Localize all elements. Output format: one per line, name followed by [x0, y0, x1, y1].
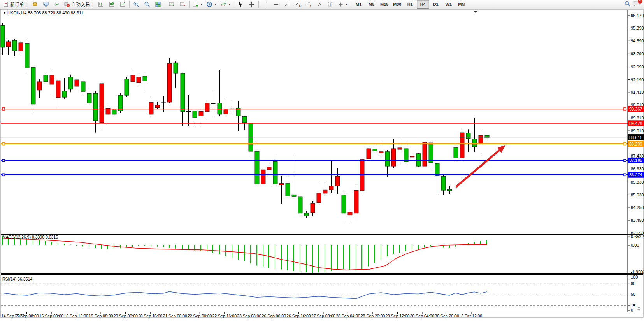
- rsi-line: [2, 291, 487, 298]
- toolbar-separator: [189, 1, 190, 8]
- toolbar-grip: [27, 1, 28, 8]
- template-button[interactable]: ▼: [219, 0, 233, 9]
- fibonacci-tool-button[interactable]: F: [304, 0, 314, 9]
- arrange-charts-b-icon: [179, 1, 186, 7]
- text-tool-button[interactable]: A: [314, 0, 325, 9]
- tile-windows-button[interactable]: [153, 0, 163, 9]
- timeframe-button-MN[interactable]: MN: [455, 0, 468, 9]
- candlestick: [323, 182, 327, 194]
- time-tick-label: 22 Sep 16:00: [212, 314, 237, 318]
- market-watch-gold-icon: [32, 1, 38, 7]
- vertical-line-tool-button[interactable]: [260, 0, 271, 9]
- price-tag-label: 90.367: [629, 107, 642, 111]
- candlestick: [373, 144, 377, 152]
- new-order-label: 新订单: [10, 1, 24, 8]
- timeframe-button-M1[interactable]: M1: [353, 0, 365, 9]
- candlestick: [329, 161, 333, 193]
- chart-shift-marker-icon[interactable]: [474, 11, 477, 13]
- price-tick-label: 96.170: [631, 13, 644, 18]
- scroll-to-end-button[interactable]: [177, 0, 188, 9]
- zoom-in-button[interactable]: [131, 0, 142, 9]
- candlestick: [298, 196, 302, 215]
- chart-canvas[interactable]: 96.17095.39094.59093.79092.99092.19091.4…: [0, 0, 644, 321]
- crosshair-tool-button[interactable]: [246, 0, 257, 9]
- signals-button[interactable]: [51, 0, 62, 9]
- timeframe-button-M5[interactable]: M5: [365, 0, 378, 9]
- candlestick: [304, 211, 309, 218]
- timeframe-button-W1[interactable]: W1: [442, 0, 455, 9]
- svg-text:T: T: [330, 2, 332, 7]
- candlestick: [137, 74, 141, 85]
- level-line-handle[interactable]: [2, 143, 5, 145]
- chevron-down-icon: ▼: [214, 3, 217, 6]
- timeframe-button-H1[interactable]: H1: [404, 0, 416, 9]
- auto-trading-button[interactable]: 自动交易: [62, 0, 91, 9]
- auto-trading-label: 自动交易: [71, 1, 90, 8]
- svg-text:A: A: [318, 2, 321, 7]
- text-label-icon: T: [328, 1, 334, 7]
- text-label-tool-button[interactable]: T: [325, 0, 336, 9]
- search-icon[interactable]: [624, 0, 631, 9]
- candlestick: [211, 92, 216, 117]
- arrows-tool-button[interactable]: ▼: [336, 0, 350, 9]
- period-button[interactable]: ▼: [205, 0, 219, 9]
- bar-chart-button[interactable]: [95, 0, 106, 9]
- candlestick: [230, 102, 235, 114]
- level-line-handle[interactable]: [624, 108, 626, 110]
- time-tick-label: 20 Sep 16:00: [138, 314, 163, 318]
- auto-arrange-button[interactable]: [166, 0, 177, 9]
- cursor-tool-button[interactable]: [235, 0, 246, 9]
- candlestick: [93, 91, 98, 132]
- notifications-button[interactable]: 1: [633, 0, 640, 8]
- symbol-dropdown-icon[interactable]: ▼: [3, 11, 6, 15]
- timeframe-button-M30[interactable]: M30: [391, 0, 404, 9]
- rsi-value: 56.3514: [18, 277, 32, 281]
- candlestick: [118, 93, 123, 113]
- candlestick: [367, 147, 371, 160]
- candlestick: [348, 209, 352, 223]
- candlestick: [174, 61, 178, 88]
- rsi-scale-label: 0: [631, 308, 633, 312]
- level-line-handle[interactable]: [2, 159, 5, 161]
- toolbar-separator: [165, 1, 165, 8]
- timeframe-button-H4[interactable]: H4: [417, 0, 429, 9]
- toolbar-grip: [93, 1, 94, 8]
- axis-scale-grip-icon[interactable]: [637, 306, 640, 311]
- candlestick: [181, 73, 185, 126]
- chevron-down-icon: ▼: [200, 3, 203, 6]
- price-tick-label: 94.590: [631, 39, 644, 43]
- new-chart-button[interactable]: ▼: [191, 0, 205, 9]
- new-order-button[interactable]: 新订单: [2, 0, 26, 9]
- time-tick-label: 21 Sep 08:00: [163, 314, 187, 318]
- candlestick-chart-button[interactable]: [106, 0, 117, 9]
- trendline-tool-button[interactable]: [282, 0, 293, 9]
- toolbar-separator: [234, 1, 234, 8]
- zoom-out-button[interactable]: [142, 0, 153, 9]
- timeframe-button-M15[interactable]: M15: [378, 0, 391, 9]
- level-line-handle[interactable]: [2, 174, 5, 176]
- line-chart-button[interactable]: [117, 0, 128, 9]
- chart-template-icon: [220, 1, 226, 7]
- level-line-handle[interactable]: [624, 143, 626, 145]
- level-line-handle[interactable]: [624, 159, 626, 161]
- time-tick-label: 26 Sep 16:00: [286, 314, 311, 318]
- level-line-handle[interactable]: [624, 174, 626, 176]
- channel-tool-button[interactable]: E: [293, 0, 304, 9]
- candlestick: [441, 175, 446, 195]
- candlestick: [75, 78, 79, 89]
- level-line-handle[interactable]: [2, 108, 5, 110]
- cursor-icon: [238, 2, 244, 7]
- terminal-button[interactable]: [40, 0, 51, 9]
- period-clock-icon: [206, 1, 212, 7]
- auto-trading-icon: [64, 1, 70, 7]
- timeframe-bar: M1M5M15M30H1H4D1W1MN: [353, 0, 468, 9]
- candlestick: [37, 79, 42, 98]
- candlestick: [429, 142, 433, 169]
- timeframe-button-D1[interactable]: D1: [430, 0, 442, 9]
- candlestick: [273, 154, 277, 186]
- candlestick: [12, 39, 17, 56]
- time-tick-label: 22 Sep 00:00: [188, 314, 212, 318]
- line-chart-icon: [119, 1, 126, 7]
- market-watch-button[interactable]: [30, 0, 40, 9]
- horizontal-line-tool-button[interactable]: [271, 0, 282, 9]
